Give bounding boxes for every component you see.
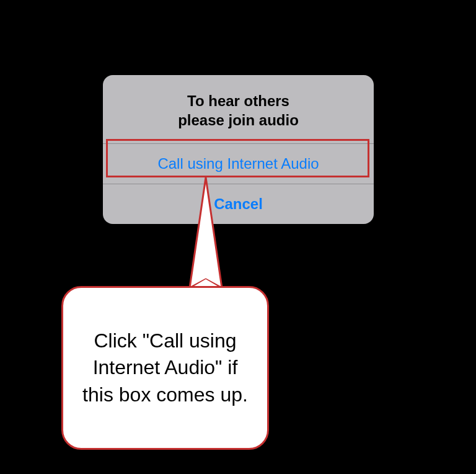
- cancel-label: Cancel: [214, 195, 263, 213]
- annotation-callout-bubble: Click "Call using Internet Audio" if thi…: [61, 286, 269, 450]
- audio-join-dialog: To hear others please join audio Call us…: [103, 75, 374, 224]
- dialog-header: To hear others please join audio: [103, 75, 374, 143]
- cancel-button[interactable]: Cancel: [103, 184, 374, 224]
- dialog-title: To hear others please join audio: [115, 91, 361, 130]
- annotation-callout-text: Click "Call using Internet Audio" if thi…: [81, 328, 250, 408]
- call-internet-audio-button[interactable]: Call using Internet Audio: [103, 144, 374, 184]
- call-internet-audio-label: Call using Internet Audio: [157, 155, 319, 172]
